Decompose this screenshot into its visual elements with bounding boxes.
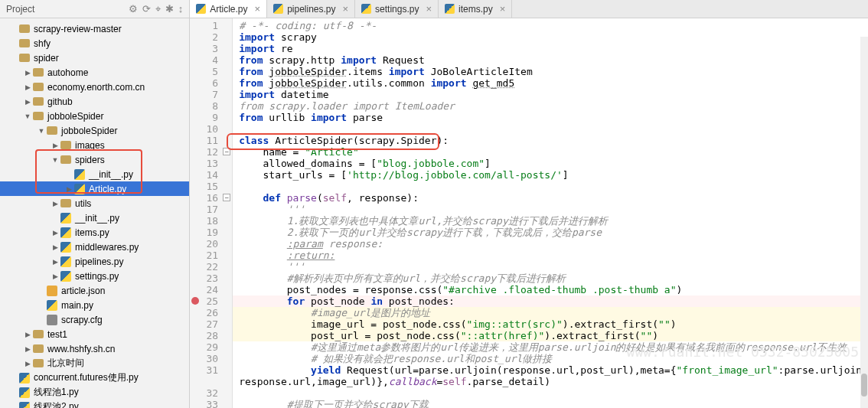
tree-arrow[interactable]: ▶	[51, 142, 60, 149]
code-line[interactable]: response.url,image_url)},callback=self.p…	[233, 376, 868, 387]
editor-tabs[interactable]: Article.py×pipelines.py×settings.py×item…	[190, 0, 868, 18]
tree-item[interactable]: scrapy-review-master	[0, 21, 189, 36]
tree-arrow[interactable]: ▶	[51, 273, 60, 280]
tree-item[interactable]: ▶pipelines.py	[0, 254, 189, 269]
line-number[interactable]: 2	[190, 31, 232, 43]
code-line[interactable]: allowed_domains = ["blog.jobbole.com"]	[233, 158, 868, 169]
tree-item[interactable]: ▶items.py	[0, 225, 189, 240]
tree-item[interactable]: ▶www.hshfy.sh.cn	[0, 341, 189, 356]
tree-item[interactable]: ▶economy.enorth.com.cn	[0, 80, 189, 94]
scrollbar-thumb[interactable]	[861, 374, 867, 397]
line-number[interactable]: 18	[190, 215, 232, 227]
code-line[interactable]: # -*- coding: utf-8 -*-	[233, 20, 868, 31]
scrollbar[interactable]	[860, 37, 868, 408]
code-line[interactable]: from jobboleSpider.items import JoBoleAr…	[233, 66, 868, 77]
line-number[interactable]: 23	[190, 273, 232, 284]
code-body[interactable]: www.ruanit.net 0532-85025005 # -*- codin…	[233, 18, 868, 408]
code-line[interactable]: # 如果没有就会把response.url和post_url做拼接	[233, 353, 868, 364]
line-number[interactable]: 13	[190, 158, 232, 169]
project-sidebar[interactable]: Project ⚙ ⟳ ⌖ ✱ ↕ scrapy-review-mastersh…	[0, 0, 190, 408]
toolbar-icons[interactable]: ⚙ ⟳ ⌖ ✱ ↕	[129, 3, 184, 15]
line-number[interactable]: 14	[190, 169, 232, 181]
tree-item[interactable]: spider	[0, 51, 189, 65]
tree-arrow[interactable]: ▶	[23, 69, 32, 77]
code-line[interactable]	[233, 123, 868, 135]
code-line[interactable]: from scrapy.http import Request	[233, 54, 868, 66]
line-number[interactable]: 28	[190, 330, 232, 341]
tree-item[interactable]: ▶Article.py	[0, 181, 189, 196]
code-line[interactable]: image_url = post_node.css("img::attr(src…	[233, 318, 868, 330]
tree-item[interactable]: shfy	[0, 36, 189, 51]
tree-item[interactable]: ▼jobboleSpider	[0, 109, 189, 123]
line-number[interactable]: 17	[190, 204, 232, 215]
line-number[interactable]: 4	[190, 54, 232, 66]
line-number[interactable]: 29	[190, 341, 232, 353]
close-icon[interactable]: ×	[343, 3, 349, 15]
tree-item[interactable]: 线程池2.py	[0, 400, 189, 408]
tree-item[interactable]: __init__.py	[0, 167, 189, 181]
tree-arrow[interactable]: ▶	[51, 229, 60, 237]
tree-item[interactable]: ▶images	[0, 138, 189, 152]
code-line[interactable]: 2.获取下一页的url并交给scrapy进行下载，下载完成后，交给parse	[233, 227, 868, 238]
code-line[interactable]	[233, 387, 868, 399]
code-line[interactable]: from scrapy.loader import ItemLoader	[233, 100, 868, 112]
gear-icon[interactable]: ⚙	[129, 3, 138, 15]
line-number[interactable]: 1	[190, 20, 232, 31]
tree-item[interactable]: ▶github	[0, 94, 189, 109]
tree-item[interactable]: 线程池1.py	[0, 385, 189, 400]
breakpoint-icon[interactable]	[191, 297, 199, 305]
collapse-icon[interactable]: ✱	[165, 3, 174, 15]
tree-arrow[interactable]: ▶	[51, 243, 60, 251]
code-line[interactable]: from urllib import parse	[233, 112, 868, 123]
line-number[interactable]: 11	[190, 135, 232, 146]
editor-tab[interactable]: pipelines.py×	[267, 0, 355, 18]
code-line[interactable]: #这里通过meta参数将图片的url传递进来，这里用parse.urljoin的…	[233, 341, 868, 353]
line-number[interactable]	[190, 376, 232, 387]
tree-item[interactable]: ▼jobboleSpider	[0, 123, 189, 138]
line-number[interactable]: 7	[190, 89, 232, 100]
tree-arrow[interactable]: ▶	[23, 83, 32, 91]
code-line[interactable]: from jobboleSpider.utils.common import g…	[233, 77, 868, 89]
line-number[interactable]: 19	[190, 227, 232, 238]
code-line[interactable]: 1.获取文章列表也中具体文章url,并交给scrapy进行下载后并进行解析	[233, 215, 868, 227]
code-area[interactable]: 123456789101112−13141516−171819202122232…	[190, 18, 868, 408]
tree-arrow[interactable]: ▶	[64, 185, 73, 193]
tree-item[interactable]: ▶北京时间	[0, 356, 189, 370]
code-line[interactable]: post_nodes = response.css("#archive .flo…	[233, 284, 868, 295]
project-tree[interactable]: scrapy-review-mastershfyspider▶autohome▶…	[0, 18, 189, 408]
code-line[interactable]: name = "Article"	[233, 146, 868, 158]
line-number[interactable]: 26	[190, 307, 232, 318]
tree-item[interactable]: ▶settings.py	[0, 269, 189, 283]
line-number[interactable]: 3	[190, 43, 232, 54]
code-line[interactable]: post_url = post_node.css("::attr(href)")…	[233, 330, 868, 341]
code-line[interactable]: '''	[233, 204, 868, 215]
tree-item[interactable]: __init__.py	[0, 211, 189, 225]
editor-tab[interactable]: Article.py×	[190, 0, 267, 18]
code-line[interactable]: start_urls = ['http://blog.jobbole.com/a…	[233, 169, 868, 181]
locate-icon[interactable]: ⌖	[155, 3, 161, 15]
code-line[interactable]: #解析列表页中所有文章的url，并交给scrapy下载后进行解析	[233, 273, 868, 284]
refresh-icon[interactable]: ⟳	[142, 3, 151, 15]
tree-arrow[interactable]: ▶	[51, 258, 60, 266]
close-icon[interactable]: ×	[500, 3, 506, 15]
line-number[interactable]: 30	[190, 353, 232, 364]
line-number[interactable]: 12−	[190, 146, 232, 158]
line-number[interactable]: 32	[190, 387, 232, 399]
code-line[interactable]: :return:	[233, 250, 868, 261]
tree-arrow[interactable]: ▼	[23, 113, 32, 120]
code-line[interactable]: for post_node in post_nodes:	[233, 295, 868, 307]
code-line[interactable]: :param response:	[233, 238, 868, 250]
tree-item[interactable]: ▶utils	[0, 196, 189, 211]
code-line[interactable]: def parse(self, response):	[233, 192, 868, 204]
line-number[interactable]: 15	[190, 181, 232, 192]
line-number[interactable]: 33	[190, 399, 232, 408]
code-line[interactable]: import re	[233, 43, 868, 54]
gutter[interactable]: 123456789101112−13141516−171819202122232…	[190, 18, 233, 408]
code-line[interactable]: import datetime	[233, 89, 868, 100]
line-number[interactable]: 10	[190, 123, 232, 135]
line-number[interactable]: 22	[190, 261, 232, 273]
code-line[interactable]: import scrapy	[233, 31, 868, 43]
code-line[interactable]	[233, 181, 868, 192]
code-line[interactable]: '''	[233, 261, 868, 273]
tree-item[interactable]: ▼spiders	[0, 152, 189, 167]
